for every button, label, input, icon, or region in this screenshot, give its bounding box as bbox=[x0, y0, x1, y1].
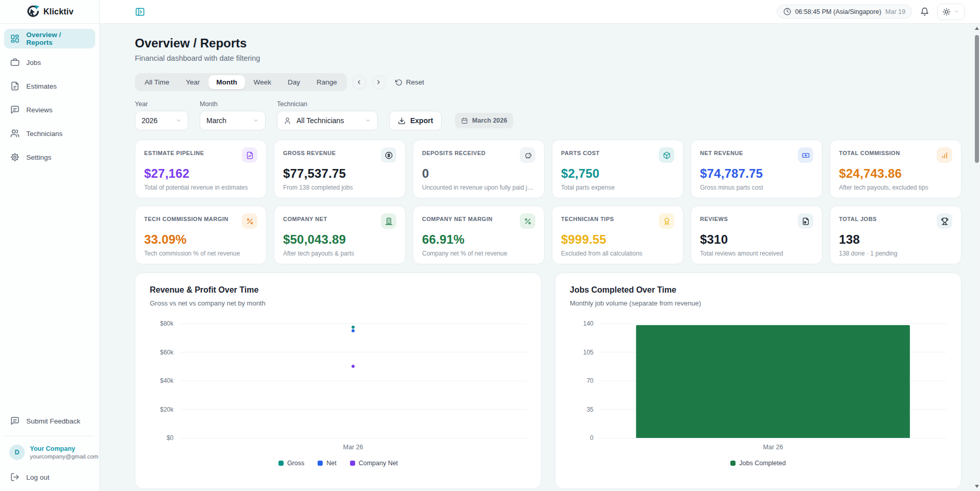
x-axis-label: Mar 26 bbox=[150, 444, 527, 451]
stats-row-2: TECH COMMISSION MARGIN 33.09% Tech commi… bbox=[135, 206, 961, 264]
stat-label: TECH COMMISSION MARGIN bbox=[144, 213, 229, 222]
stat-card-company-net: COMPANY NET $50,043.89 After tech payout… bbox=[274, 206, 406, 264]
stat-label: TOTAL JOBS bbox=[839, 213, 877, 222]
package-icon bbox=[659, 147, 674, 163]
sidebar-item-jobs[interactable]: Jobs bbox=[4, 53, 95, 72]
month-field: Month March bbox=[200, 100, 266, 130]
legend-net[interactable]: Net bbox=[318, 460, 336, 467]
sidebar-item-technicians[interactable]: Technicians bbox=[4, 124, 95, 143]
next-period-button[interactable] bbox=[372, 75, 386, 90]
legend-gross[interactable]: Gross bbox=[278, 460, 304, 467]
chevron-down-icon bbox=[176, 117, 182, 124]
date-filter-row: All Time Year Month Week Day Range Reset bbox=[135, 73, 961, 91]
tab-month[interactable]: Month bbox=[208, 75, 244, 89]
divider bbox=[5, 436, 94, 436]
chevron-down-icon bbox=[253, 117, 259, 124]
sidebar-nav: Overview / Reports Jobs Estimates Review… bbox=[0, 24, 99, 167]
brand-logo: Klicktiv bbox=[0, 0, 99, 24]
technician-select[interactable]: All Technicians bbox=[277, 111, 378, 130]
chevron-down-icon bbox=[954, 9, 959, 14]
download-icon bbox=[398, 117, 406, 125]
stat-card-deposits-received: DEPOSITS RECEIVED 0 Uncounted in revenue… bbox=[413, 140, 545, 198]
sidebar-item-reviews[interactable]: Reviews bbox=[4, 100, 95, 120]
sidebar-item-label: Jobs bbox=[26, 59, 41, 66]
stat-value: $27,162 bbox=[144, 166, 257, 181]
year-field: Year 2026 bbox=[135, 100, 188, 130]
scrollbar-up-arrow[interactable] bbox=[974, 25, 980, 32]
stat-card-reviews: REVIEWS $310 Total reviews amount receiv… bbox=[691, 206, 822, 264]
technician-field: Technician All Technicians bbox=[277, 100, 378, 130]
chart-title: Revenue & Profit Over Time bbox=[150, 285, 527, 295]
stat-sub: Total reviews amount received bbox=[700, 250, 813, 257]
sidebar-item-overview-reports[interactable]: Overview / Reports bbox=[4, 29, 95, 48]
account-block[interactable]: D Your Company yourcompany@gmail.com bbox=[4, 442, 95, 463]
revenue-profit-chart-card: Revenue & Profit Over Time Gross vs net … bbox=[135, 273, 541, 489]
reset-label: Reset bbox=[406, 78, 424, 86]
tab-day[interactable]: Day bbox=[280, 75, 308, 89]
stat-card-net-revenue: NET REVENUE $74,787.75 Gross minus parts… bbox=[691, 140, 822, 198]
briefcase-icon bbox=[10, 58, 20, 67]
stat-card-total-commission: TOTAL COMMISSION $24,743.86 After tech p… bbox=[830, 140, 961, 198]
date-range-tabs: All Time Year Month Week Day Range bbox=[135, 73, 347, 91]
tab-all-time[interactable]: All Time bbox=[137, 75, 177, 89]
account-company: Your Company bbox=[30, 445, 98, 452]
notifications-bell-icon[interactable] bbox=[920, 7, 929, 16]
sidebar-toggle-icon[interactable] bbox=[135, 7, 145, 17]
stat-value: 66.91% bbox=[422, 232, 535, 247]
reset-button[interactable]: Reset bbox=[395, 78, 424, 86]
theme-selector-button[interactable] bbox=[937, 4, 965, 20]
clock-display: 06:58:45 PM (Asia/Singapore) Mar 19 bbox=[777, 5, 912, 19]
legend-jobs-completed[interactable]: Jobs Completed bbox=[730, 460, 785, 467]
dashboard-icon bbox=[10, 34, 20, 43]
sidebar-item-label: Technicians bbox=[26, 130, 63, 138]
sidebar-item-label: Reviews bbox=[26, 106, 52, 114]
stat-value: 33.09% bbox=[144, 232, 257, 247]
stat-sub: Excluded from all calculations bbox=[561, 250, 674, 257]
series-area bbox=[600, 324, 947, 438]
stat-value: $74,787.75 bbox=[700, 166, 813, 181]
chart-subtitle: Gross vs net vs company net by month bbox=[150, 299, 527, 307]
sidebar-item-settings[interactable]: Settings bbox=[4, 147, 95, 167]
legend-company-net[interactable]: Company Net bbox=[350, 460, 398, 467]
tab-year[interactable]: Year bbox=[178, 75, 207, 89]
stat-value: 138 bbox=[839, 232, 952, 247]
jobs-completed-plot: 140 105 70 35 0 bbox=[570, 324, 947, 438]
banknote-icon bbox=[798, 147, 813, 163]
submit-feedback-button[interactable]: Submit Feedback bbox=[4, 411, 95, 431]
stat-value: $77,537.75 bbox=[283, 166, 396, 181]
stats-row-1: ESTIMATE PIPELINE $27,162 Total of poten… bbox=[135, 140, 961, 198]
file-chart-icon bbox=[242, 147, 257, 163]
sidebar-item-estimates[interactable]: Estimates bbox=[4, 76, 95, 96]
tab-range[interactable]: Range bbox=[309, 75, 345, 89]
year-label: Year bbox=[135, 100, 188, 108]
previous-period-button[interactable] bbox=[352, 75, 366, 90]
tab-week[interactable]: Week bbox=[246, 75, 279, 89]
chevron-down-icon bbox=[365, 117, 371, 124]
scrollbar-thumb[interactable] bbox=[975, 35, 979, 163]
year-select[interactable]: 2026 bbox=[135, 111, 188, 130]
y-tick: $80k bbox=[150, 320, 173, 327]
percent-icon bbox=[520, 213, 535, 229]
series-area bbox=[180, 324, 527, 438]
gross-swatch bbox=[278, 461, 284, 466]
jobs-chart-legend: Jobs Completed bbox=[570, 460, 947, 467]
stat-card-estimate-pipeline: ESTIMATE PIPELINE $27,162 Total of poten… bbox=[135, 140, 267, 198]
scrollbar-down-arrow[interactable] bbox=[974, 483, 980, 490]
page-subtitle: Financial dashboard with date filtering bbox=[135, 54, 961, 62]
export-button[interactable]: Export bbox=[389, 111, 442, 130]
message-square-icon bbox=[10, 105, 20, 114]
account-email: yourcompany@gmail.com bbox=[30, 453, 98, 460]
y-tick: $40k bbox=[150, 377, 173, 384]
logout-button[interactable]: Log out bbox=[4, 467, 95, 487]
logout-icon bbox=[10, 472, 20, 482]
stat-sub: After tech payouts & parts bbox=[283, 250, 396, 257]
sun-icon bbox=[942, 8, 951, 16]
y-tick: 35 bbox=[570, 406, 593, 413]
stat-label: REVIEWS bbox=[700, 213, 728, 222]
filter-selects-row: Year 2026 Month March Technici bbox=[135, 100, 961, 130]
stat-label: NET REVENUE bbox=[700, 147, 743, 156]
sidebar-item-label: Overview / Reports bbox=[26, 31, 89, 46]
feedback-message-icon bbox=[10, 416, 20, 426]
y-tick: 140 bbox=[570, 320, 593, 327]
month-select[interactable]: March bbox=[200, 111, 266, 130]
